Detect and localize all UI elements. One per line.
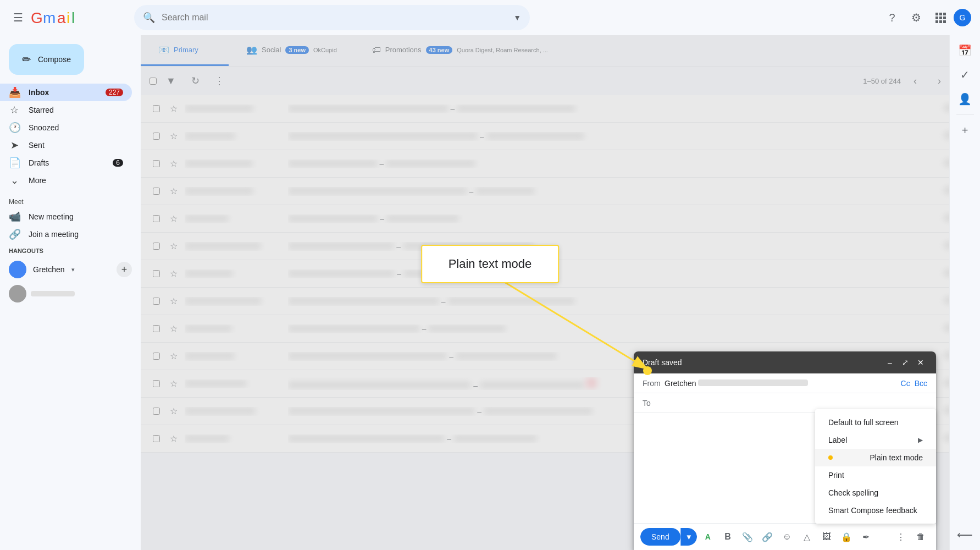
compose-header[interactable]: Draft saved – ⤢ ✕ [634,351,936,373]
menu-item-plain-text-label: Plain text mode [870,453,923,462]
help-button[interactable]: ? [881,7,903,29]
starred-icon: ☆ [9,104,20,116]
compose-cc-bcc-actions: Cc Bcc [901,379,927,388]
compose-button[interactable]: ✏ Compose [9,44,84,75]
compose-to-input[interactable] [665,399,927,408]
menu-item-default-fullscreen[interactable]: Default to full screen [815,414,936,431]
hangout-name: Gretchen [33,265,65,274]
avatar[interactable]: G [954,9,971,26]
expand-panel-icon[interactable]: ⟵ [954,524,976,546]
plain-text-mode-indicator [828,455,833,460]
topbar-logo: ☰ G m a i l [9,7,130,29]
compose-photo-button[interactable]: 🖼 [818,528,835,546]
sidebar-item-more[interactable]: ⌄ More [0,172,132,189]
svg-rect-9 [939,16,942,19]
menu-item-print[interactable]: Print [815,466,936,484]
sidebar-item-starred-label: Starred [29,106,123,114]
sidebar-item-starred[interactable]: ☆ Starred [0,101,132,119]
compose-emoji-button[interactable]: ☺ [778,528,796,546]
panel-bottom: ⟵ [954,524,976,546]
compose-minimize-button[interactable]: – [883,356,896,369]
hangout-user[interactable]: Gretchen ▾ + [9,258,132,280]
sidebar-item-snoozed[interactable]: 🕐 Snoozed [0,119,132,136]
compose-attach-button[interactable]: 📎 [739,528,756,546]
sidebar-item-inbox-label: Inbox [29,88,97,97]
inbox-badge: 227 [106,89,123,96]
tasks-panel-icon[interactable]: ✓ [954,64,976,86]
topbar: ☰ G m a i l 🔍 ▼ ? ⚙ G [0,0,980,35]
compose-from-value: Gretchen [665,379,901,388]
sent-icon: ➤ [9,139,20,151]
right-panel: 📅 ✓ 👤 + ⟵ [949,35,980,550]
topbar-right: ? ⚙ G [881,7,971,29]
search-bar[interactable]: 🔍 ▼ [134,5,530,30]
compose-lock-button[interactable]: 🔒 [838,528,855,546]
svg-text:a: a [57,9,66,26]
send-split-button[interactable]: ▼ [680,528,697,546]
send-button[interactable]: Send [640,528,680,546]
menu-item-check-spelling[interactable]: Check spelling [815,484,936,502]
menu-item-check-spelling-label: Check spelling [828,488,878,497]
menu-icon[interactable]: ☰ [9,7,27,29]
drafts-icon: 📄 [9,157,20,169]
search-input[interactable] [162,13,507,23]
menu-item-smart-compose-feedback[interactable]: Smart Compose feedback [815,502,936,519]
compose-cc-button[interactable]: Cc [901,379,910,388]
sidebar-item-new-meeting[interactable]: 📹 New meeting [0,208,132,226]
plain-text-callout-text: Plain text mode [449,257,532,271]
plain-text-callout: Plain text mode [421,245,560,283]
inbox-icon: 📥 [9,86,20,98]
hangout-status: ▾ [71,266,75,273]
meet-panel-icon[interactable]: 📅 [954,40,976,62]
compose-more-button[interactable]: ⋮ [892,528,910,546]
svg-rect-8 [935,16,938,19]
hangouts-label: Hangouts [9,248,132,254]
settings-button[interactable]: ⚙ [905,7,927,29]
svg-text:G: G [31,9,43,26]
compose-label: Compose [38,55,71,64]
compose-drive-button[interactable]: △ [798,528,816,546]
hangout-user-row [9,285,132,302]
svg-text:i: i [67,9,70,26]
context-menu: Default to full screen Label ▶ Plain tex… [815,409,936,524]
menu-item-label-arrow: ▶ [918,436,923,444]
compose-from-label: From [643,379,665,388]
menu-item-label[interactable]: Label ▶ [815,431,936,449]
apps-button[interactable] [929,7,951,29]
compose-to-label: To [643,399,665,408]
svg-rect-10 [943,16,946,19]
compose-formatting-button[interactable]: A [699,528,717,546]
compose-bold-button[interactable]: B [719,528,737,546]
menu-item-label-text: Label [828,436,847,444]
compose-plus-icon: ✏ [22,53,31,66]
add-panel-icon[interactable]: + [954,119,976,141]
compose-bcc-button[interactable]: Bcc [915,379,927,388]
compose-from-email-blur [698,380,808,386]
compose-link-button[interactable]: 🔗 [758,528,776,546]
compose-delete-button[interactable]: 🗑 [912,528,929,546]
add-hangout-button[interactable]: + [117,262,132,277]
new-meeting-icon: 📹 [9,211,20,223]
compose-header-icons: – ⤢ ✕ [883,356,927,369]
hangout-user-name-blur [31,291,75,296]
sidebar-item-sent[interactable]: ➤ Sent [0,136,132,154]
menu-item-default-fullscreen-label: Default to full screen [828,418,899,427]
panel-divider [956,114,974,115]
compose-expand-button[interactable]: ⤢ [899,356,912,369]
svg-rect-11 [935,20,938,23]
compose-close-button[interactable]: ✕ [914,356,927,369]
filter-icon[interactable]: ▼ [513,13,521,22]
compose-from-name: Gretchen [665,379,696,388]
join-meeting-label: Join a meeting [29,230,123,239]
compose-sign-button[interactable]: ✒ [857,528,875,546]
menu-item-plain-text-mode[interactable]: Plain text mode [815,449,936,466]
sidebar-item-inbox[interactable]: 📥 Inbox 227 [0,84,132,101]
compose-toolbar: Send ▼ A B 📎 🔗 ☺ △ 🖼 🔒 ✒ ⋮ 🗑 [634,523,936,550]
contacts-panel-icon[interactable]: 👤 [954,88,976,110]
snoozed-icon: 🕐 [9,122,20,134]
sidebar-item-join-meeting[interactable]: 🔗 Join a meeting [0,226,132,243]
sidebar-item-drafts[interactable]: 📄 Drafts 6 [0,154,132,172]
new-meeting-label: New meeting [29,212,123,221]
sidebar-item-more-label: More [29,176,123,185]
menu-item-print-label: Print [828,471,844,480]
